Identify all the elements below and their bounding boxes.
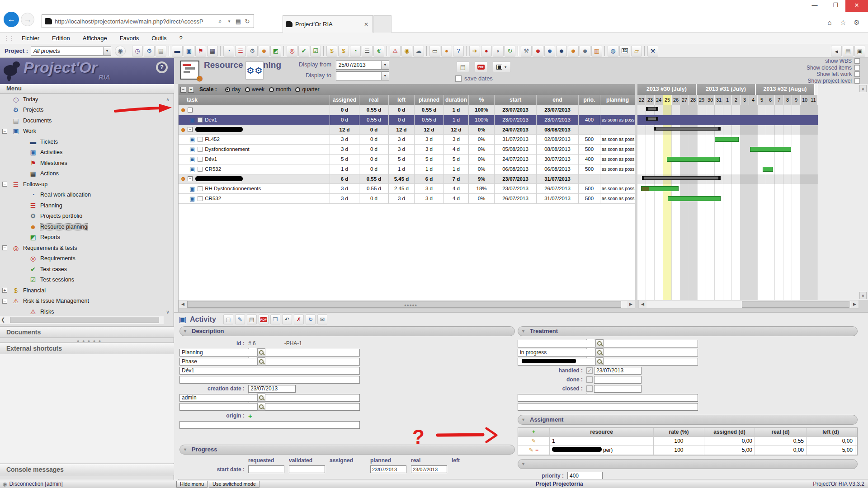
sidebar-item-planning[interactable]: ☰Planning [0,200,164,211]
show-project-level-checkbox[interactable] [854,78,860,84]
sidebar-item-test-sessions[interactable]: ☑Test sessions [0,275,164,286]
window-maximize-button[interactable]: ❐ [826,0,845,12]
sidebar-item-documents[interactable]: ▤Documents [0,115,164,126]
column-header-prio[interactable]: prio. [579,95,600,105]
gantt-bar-summary[interactable] [654,127,721,131]
alerts-button[interactable]: ● [441,46,452,56]
tree-scroll-up-icon[interactable]: ∧ [165,97,171,103]
calendar-export-icon[interactable]: ▦▼ [493,61,511,72]
task-row[interactable]: ☻−6 d0.55 d5.45 d6 d7 d9%23/07/201331/07… [179,174,635,184]
row-checkbox[interactable] [198,117,203,122]
show-left-work-checkbox[interactable] [854,71,860,77]
magnifier-icon[interactable] [257,394,265,402]
print-button[interactable]: ▤ [247,314,257,324]
browser-tab[interactable]: Project'Or RIA ✕ [283,15,373,33]
new-tab-button[interactable] [373,15,392,33]
address-bar[interactable]: http://localhost/projectorria/view/main.… [42,14,254,28]
resource-button[interactable]: ☻ [568,46,579,56]
planning-settings-gears-icon[interactable]: ⚙⚙ [245,61,264,80]
column-header-end[interactable]: end [537,95,579,105]
parent-activity-input[interactable] [518,340,698,347]
discussion-button[interactable]: ◗ [493,46,504,56]
budget-button[interactable]: $ [338,46,349,56]
priority-input[interactable]: 400 [567,472,603,479]
delete-button[interactable]: ✗ [294,314,304,324]
projects-button[interactable]: ⚙ [144,46,155,56]
new-button[interactable]: ▢ [223,314,233,324]
risks-button[interactable]: ⚠ [390,46,401,56]
refresh-icon[interactable]: ↻ [243,18,252,25]
edit-icon[interactable]: ✎ [529,447,533,453]
sidebar-item-projects-portfolio[interactable]: ⚙Projects portfolio [0,211,164,222]
sidebar-item-activities[interactable]: ▣Activities [0,147,164,158]
display-from-select[interactable]: 25/07/2013 ▼ [336,61,389,70]
sidebar-item-test-cases[interactable]: ✔Test cases [0,264,164,275]
column-header-planning[interactable]: planning [600,95,635,105]
scale-radio-month[interactable] [269,87,274,92]
menu-item-fichier[interactable]: Fichier [22,35,39,42]
sidebar-item-requirements-tests[interactable]: −◎Requirements & tests [0,243,164,253]
milestones-button[interactable]: ⚑ [195,46,206,56]
scroll-left-icon[interactable]: ❮ [1,317,5,323]
tree-toggle-icon[interactable]: + [2,288,7,293]
task-row-cr532[interactable]: ▣CR5321 d0 d1 d1 d1 d0%06/08/201306/08/2… [179,164,635,174]
sidebar-horizontal-scrollbar[interactable]: ❮ [0,316,164,324]
today-button[interactable]: ◷ [132,46,143,56]
menu-item-favoris[interactable]: Favoris [120,35,139,42]
scale-radio-day[interactable] [225,87,230,92]
hide-menu-button[interactable]: Hide menu [176,481,208,488]
admin-tools-button[interactable]: ⚒ [521,46,532,56]
task-row-d-v1[interactable]: ▣Dév10 d0.55 d0 d0.55 d1 d100%23/07/2013… [179,115,635,125]
column-header-left[interactable]: left [389,95,415,105]
chevron-down-icon[interactable]: ▼ [381,72,389,80]
window-small-button[interactable]: ▣ [854,46,865,56]
issuer-input[interactable]: admin [179,394,360,402]
browser-back-button[interactable]: ← [4,12,19,27]
save-button[interactable]: ✎ [235,314,245,324]
gantt-horizontal-scrollbar[interactable]: ◀ ▶ [638,300,859,309]
folder-button[interactable]: ▱ [631,46,642,56]
column-header-task[interactable]: task [179,95,330,105]
browser-settings-gear-icon[interactable]: ⚙ [851,17,863,28]
show-wbs-checkbox[interactable] [854,58,860,64]
pdf-icon[interactable]: PDF [475,61,487,72]
checkbox-checked[interactable]: ✓ [586,367,593,374]
responsible-input[interactable] [518,358,698,366]
done-input[interactable] [594,376,642,384]
magnifier-icon[interactable] [257,357,265,366]
test-cases-button[interactable]: ✔ [298,46,309,56]
tree-toggle-icon[interactable]: − [2,245,7,250]
copy-button[interactable]: ❐ [270,314,280,324]
scroll-left-icon[interactable]: ◀ [639,301,646,308]
opportunities-button[interactable]: ◉ [401,46,412,56]
reports-button[interactable]: ◩ [270,46,281,56]
collapse-all-icon[interactable]: − [180,87,186,93]
task-row-cr532[interactable]: ▣CR5323 d0 d3 d3 d4 d0%26/07/201331/07/2… [179,194,635,204]
meetings-button[interactable]: ▭ [429,46,440,56]
scroll-right-icon[interactable]: ▶ [627,301,635,308]
collapse-icon[interactable]: − [188,108,193,113]
menu-item-outils[interactable]: Outils [151,35,166,42]
progress-validated-input[interactable] [289,465,325,473]
browser-forward-button[interactable]: → [21,13,34,26]
sidebar-item-real-work-allocation[interactable]: ◔Real work allocation [0,190,164,201]
section-progress[interactable]: Progress [179,445,515,455]
chevron-down-icon[interactable]: ▼ [381,61,389,69]
magnifier-icon[interactable] [595,339,604,347]
scale-radio-week[interactable] [245,87,250,92]
sidebar-item-risk-issue-management[interactable]: −⚠Risk & Issue Management [0,296,164,307]
help-icon[interactable]: ? [156,61,168,73]
requirements-button[interactable]: ◎ [287,46,297,56]
sidebar-item-risks[interactable]: ⚠Risks [0,306,164,317]
print-icon[interactable]: ▤ [457,61,469,72]
project-input[interactable]: Planning [179,349,360,357]
assignment-row[interactable]: ✎−per)1005,000,005,00 [518,446,857,455]
expand-all-icon[interactable]: + [188,87,194,93]
column-header-[interactable]: % [469,95,495,105]
target-version-input[interactable] [518,394,698,402]
chevron-down-icon[interactable]: ▼ [103,47,111,55]
save-dates-checkbox[interactable] [455,75,462,82]
display-to-select[interactable]: ▼ [336,71,389,80]
window-close-button[interactable]: ✕ [845,0,868,12]
handled-input[interactable]: 23/07/2013 [594,367,642,375]
